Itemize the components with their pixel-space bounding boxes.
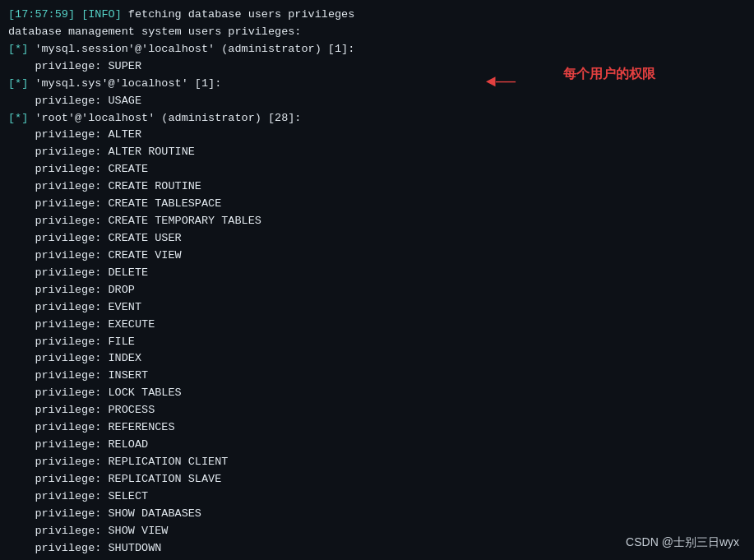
priv-file: privilege: FILE [8,334,746,351]
line-7: [*] 'root'@'localhost' (administrator) [… [8,110,746,127]
priv-execute: privilege: EXECUTE [8,317,746,334]
priv-alter-routine: privilege: ALTER ROUTINE [8,144,746,161]
priv-create-tablespace: privilege: CREATE TABLESPACE [8,196,746,213]
priv-process: privilege: PROCESS [8,402,746,419]
priv-drop: privilege: DROP [8,282,746,299]
priv-delete: privilege: DELETE [8,265,746,282]
priv-create: privilege: CREATE [8,161,746,178]
line-2: database management system users privile… [8,24,746,41]
line-3: [*] 'mysql.session'@'localhost' (adminis… [8,41,746,58]
priv-create-user: privilege: CREATE USER [8,230,746,248]
priv-lock-tables: privilege: LOCK TABLES [8,385,746,402]
priv-insert: privilege: INSERT [8,368,746,385]
annotation-text: 每个用户的权限 [563,66,655,83]
priv-event: privilege: EVENT [8,299,746,317]
priv-index: privilege: INDEX [8,350,746,368]
timestamp-1: [17:57:59] [8,8,75,21]
arrow-annotation: ◄—— [486,72,516,91]
priv-create-view: privilege: CREATE VIEW [8,248,746,265]
priv-select: privilege: SELECT [8,488,746,506]
line-6: privilege: USAGE [8,93,746,110]
priv-replication-client: privilege: REPLICATION CLIENT [8,454,746,471]
priv-references: privilege: REFERENCES [8,419,746,437]
priv-create-routine: privilege: CREATE ROUTINE [8,178,746,196]
priv-super: privilege: SUPER [8,558,746,561]
terminal: [17:57:59] [INFO] fetching database user… [0,0,754,560]
priv-reload: privilege: RELOAD [8,437,746,454]
line-1: [17:57:59] [INFO] fetching database user… [8,7,746,24]
priv-replication-slave: privilege: REPLICATION SLAVE [8,471,746,488]
priv-show-databases: privilege: SHOW DATABASES [8,506,746,523]
watermark: CSDN @士别三日wyx [626,535,739,550]
priv-create-temp: privilege: CREATE TEMPORARY TABLES [8,213,746,230]
priv-alter: privilege: ALTER [8,127,746,144]
